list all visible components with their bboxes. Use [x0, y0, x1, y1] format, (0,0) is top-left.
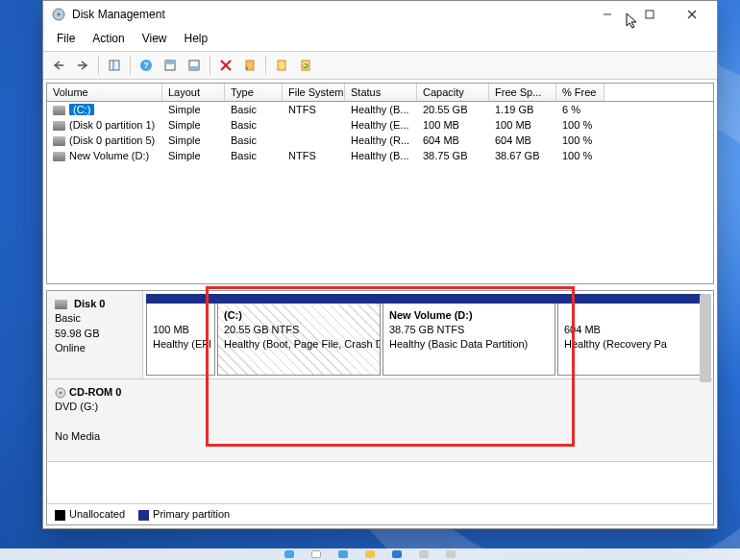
taskbar-app-icon[interactable]	[446, 550, 456, 558]
toolbar-separator	[210, 56, 210, 75]
col-filesystem[interactable]: File System	[283, 84, 345, 101]
show-hide-button[interactable]	[104, 55, 125, 76]
scrollbar[interactable]	[700, 294, 711, 382]
cell-free: 1.19 GB	[489, 103, 556, 116]
toolbar-separator	[265, 56, 266, 75]
properties-button[interactable]	[239, 55, 260, 76]
menu-file[interactable]: File	[49, 30, 83, 47]
cell-type: Basic	[225, 149, 283, 162]
svg-rect-20	[302, 61, 309, 70]
cell-capacity: 20.55 GB	[417, 103, 489, 116]
taskbar-explorer-icon[interactable]	[365, 550, 375, 558]
col-layout[interactable]: Layout	[162, 84, 225, 101]
volume-name: (Disk 0 partition 1)	[69, 119, 155, 131]
titlebar[interactable]: Disk Management	[43, 1, 717, 28]
drive-icon	[53, 121, 65, 131]
cdrom-icon	[55, 387, 66, 399]
svg-rect-19	[278, 61, 285, 70]
cell-capacity: 100 MB	[417, 118, 489, 132]
disk-partitions: 100 MB Healthy (EFI S (C:) 20.55 GB NTFS…	[143, 291, 713, 378]
col-status[interactable]: Status	[345, 84, 417, 101]
partition-name: (C:)	[224, 309, 242, 321]
taskbar-app-icon[interactable]	[419, 550, 429, 558]
cell-free: 38.67 GB	[489, 149, 556, 162]
disk-type: Basic	[55, 312, 81, 324]
volume-row[interactable]: (Disk 0 partition 1) Simple Basic Health…	[47, 117, 713, 133]
app-icon	[51, 7, 66, 22]
partition-efi[interactable]: 100 MB Healthy (EFI S	[146, 294, 215, 376]
cell-layout: Simple	[162, 149, 225, 162]
cell-type: Basic	[225, 134, 283, 147]
disk-label: CD-ROM 0	[69, 386, 121, 398]
partition-size: 604 MB	[564, 324, 601, 335]
view-bottom-button[interactable]	[184, 55, 205, 76]
volume-list-header[interactable]: Volume Layout Type File System Status Ca…	[47, 84, 713, 102]
partition-size: 38.75 GB NTFS	[389, 324, 464, 335]
cell-capacity: 604 MB	[417, 134, 489, 147]
menu-help[interactable]: Help	[177, 30, 216, 47]
taskbar-start-icon[interactable]	[284, 550, 294, 558]
disk-info[interactable]: Disk 0 Basic 59.98 GB Online	[47, 291, 143, 378]
partition-status: Healthy (EFI S	[153, 338, 215, 350]
cell-free: 604 MB	[489, 134, 556, 147]
view-top-button[interactable]	[160, 55, 181, 76]
forward-button[interactable]	[72, 55, 93, 76]
disk-state: Online	[55, 342, 86, 353]
col-type[interactable]: Type	[225, 84, 283, 101]
volume-name: New Volume (D:)	[69, 150, 149, 161]
drive-icon	[53, 106, 65, 115]
swatch-icon	[138, 510, 149, 521]
taskbar-search-icon[interactable]	[311, 550, 321, 558]
minimize-button[interactable]	[586, 1, 629, 28]
menu-action[interactable]: Action	[85, 30, 132, 47]
col-free[interactable]: Free Sp...	[489, 84, 556, 101]
disk-row-disk0[interactable]: Disk 0 Basic 59.98 GB Online 100 MB Heal…	[47, 291, 713, 379]
partition-d[interactable]: New Volume (D:) 38.75 GB NTFS Healthy (B…	[382, 294, 555, 376]
partition-size: 20.55 GB NTFS	[224, 324, 299, 335]
drive-icon	[53, 152, 65, 161]
volume-name: (Disk 0 partition 5)	[69, 134, 155, 146]
disk-info[interactable]: CD-ROM 0 DVD (G:) No Media	[47, 379, 713, 461]
refresh-button[interactable]	[295, 55, 316, 76]
delete-button[interactable]	[215, 55, 236, 76]
legend-primary: Primary partition	[138, 508, 230, 521]
volume-row[interactable]: (C:) Simple Basic NTFS Healthy (B... 20.…	[47, 102, 713, 117]
partition-size: 100 MB	[153, 324, 189, 335]
svg-point-1	[58, 13, 61, 16]
volume-row[interactable]: (Disk 0 partition 5) Simple Basic Health…	[47, 133, 713, 148]
cell-fs: NTFS	[283, 149, 345, 162]
maximize-button[interactable]	[629, 1, 671, 28]
disk-management-window: Disk Management File Action View Help ?	[42, 0, 718, 529]
partition-name: New Volume (D:)	[389, 309, 473, 321]
cell-status: Healthy (B...	[345, 103, 417, 116]
col-capacity[interactable]: Capacity	[417, 84, 489, 101]
cell-status: Healthy (B...	[345, 149, 417, 162]
menu-view[interactable]: View	[135, 30, 175, 47]
partition-c[interactable]: (C:) 20.55 GB NTFS Healthy (Boot, Page F…	[217, 294, 381, 376]
disk-graphical-view[interactable]: Disk 0 Basic 59.98 GB Online 100 MB Heal…	[46, 290, 714, 525]
taskbar-edge-icon[interactable]	[392, 550, 402, 558]
action-button[interactable]	[271, 55, 292, 76]
help-button[interactable]: ?	[136, 55, 157, 76]
back-button[interactable]	[48, 55, 69, 76]
cell-status: Healthy (E...	[345, 118, 417, 132]
taskbar[interactable]	[0, 548, 740, 560]
volume-row[interactable]: New Volume (D:) Simple Basic NTFS Health…	[47, 148, 713, 163]
disk-row-cdrom[interactable]: CD-ROM 0 DVD (G:) No Media	[47, 379, 713, 462]
drive-icon	[53, 136, 65, 146]
swatch-icon	[55, 510, 65, 521]
legend: Unallocated Primary partition	[47, 503, 713, 524]
svg-point-22	[60, 392, 62, 395]
svg-rect-8	[110, 61, 119, 70]
taskbar-taskview-icon[interactable]	[338, 550, 348, 558]
toolbar: ?	[43, 51, 717, 80]
partition-recovery[interactable]: 604 MB Healthy (Recovery Pa	[557, 294, 710, 376]
close-button[interactable]	[671, 1, 713, 28]
volume-list-body: (C:) Simple Basic NTFS Healthy (B... 20.…	[47, 102, 713, 283]
cell-fs	[283, 118, 345, 132]
disk-state: No Media	[55, 430, 100, 442]
volume-list[interactable]: Volume Layout Type File System Status Ca…	[46, 83, 714, 284]
svg-rect-13	[165, 61, 175, 64]
col-volume[interactable]: Volume	[47, 84, 162, 101]
col-pctfree[interactable]: % Free	[556, 84, 604, 101]
